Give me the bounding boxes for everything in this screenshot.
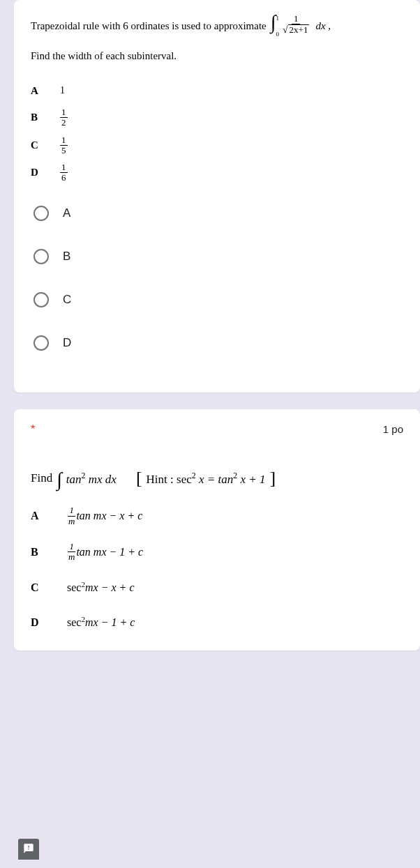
q2-question: Find ∫ tan2 mx dx [ Hint : sec2 x = tan2…: [31, 471, 403, 487]
report-problem-button[interactable]: [18, 839, 39, 860]
radio-group: A B C D: [31, 206, 403, 351]
radio-circle-icon: [33, 249, 49, 264]
table-row: A 1m tan mx − x + c: [31, 505, 403, 526]
radio-option-b[interactable]: B: [33, 249, 403, 264]
radio-circle-icon: [33, 335, 49, 351]
bracket-right-icon: ]: [269, 471, 276, 486]
report-icon: [23, 843, 34, 856]
answer-key-table: A 1 B 12 C 15 D 16: [31, 81, 403, 183]
table-row: B 12: [31, 107, 403, 128]
table-row: A 1: [31, 81, 403, 100]
table-row: C sec2 mx − x + c: [31, 578, 403, 597]
table-row: D sec2 mx − 1 + c: [31, 613, 403, 632]
integral-symbol: ∫: [57, 473, 62, 487]
radio-circle-icon: [33, 206, 49, 221]
question-card-2: * 1 po Find ∫ tan2 mx dx [ Hint : sec2 x…: [14, 409, 420, 650]
dx-text: dx ,: [315, 17, 331, 34]
points-label: 1 po: [383, 423, 403, 435]
integral-expr: ∫ 1 0 1 2x+1: [271, 14, 312, 38]
radio-option-d[interactable]: D: [33, 335, 403, 351]
radio-option-a[interactable]: A: [33, 206, 403, 221]
sqrt-icon: [283, 24, 288, 35]
question-1-text: Trapezoidal rule with 6 ordinates is use…: [31, 14, 403, 64]
radio-circle-icon: [33, 292, 49, 307]
table-row: C 15: [31, 135, 403, 156]
question-card-1: Trapezoidal rule with 6 ordinates is use…: [14, 0, 420, 393]
answer-key-table-2: A 1m tan mx − x + c B 1m tan mx − 1 + c …: [31, 505, 403, 632]
table-row: B 1m tan mx − 1 + c: [31, 542, 403, 563]
q2-header: * 1 po: [31, 423, 403, 436]
q1-line2: Find the width of each subinterval.: [31, 47, 403, 64]
integral-symbol: ∫: [271, 15, 276, 29]
bracket-left-icon: [: [136, 471, 142, 486]
radio-option-c[interactable]: C: [33, 292, 403, 307]
q1-prefix: Trapezoidal rule with 6 ordinates is use…: [31, 17, 267, 34]
required-asterisk: *: [31, 423, 35, 436]
table-row: D 16: [31, 162, 403, 183]
